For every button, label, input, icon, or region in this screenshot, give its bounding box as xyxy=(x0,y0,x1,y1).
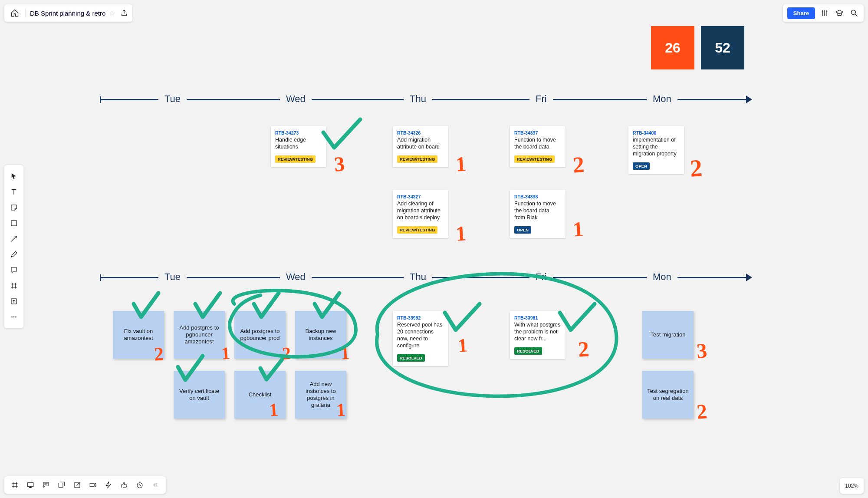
card-rtb-34398[interactable]: RTB-34398 Function to move the board dat… xyxy=(510,190,566,238)
card-badge: RESOLVED xyxy=(397,354,425,362)
timeline-2: Tue Wed Thu Fri Mon xyxy=(100,271,751,284)
anno-num: 1 xyxy=(572,217,584,241)
card-rtb-34273[interactable]: RTB-34273 Handle edge situations REVIEW/… xyxy=(271,126,326,167)
tl2-fri: Fri xyxy=(529,271,553,283)
tl2-tue: Tue xyxy=(158,271,187,283)
sticky-test-segregation[interactable]: Test segregation on real data xyxy=(642,371,694,419)
card-title: Add migration attribute on board xyxy=(397,136,444,150)
sticky-fix-vault[interactable]: Fix vault on amazontest xyxy=(113,311,164,359)
card-title: Add clearing of migration attribute on b… xyxy=(397,200,444,221)
card-title: implementation of setting the migration … xyxy=(633,136,680,157)
score-navy[interactable]: 52 xyxy=(701,26,744,69)
card-title: Function to move the board data from Ria… xyxy=(514,200,561,221)
card-rtb-34326[interactable]: RTB-34326 Add migration attribute on boa… xyxy=(393,126,448,167)
card-badge: REVIEW/TESTING xyxy=(397,226,437,234)
anno-num: 1 xyxy=(455,152,467,176)
card-rtb-34397[interactable]: RTB-34397 Function to move the board dat… xyxy=(510,126,566,167)
anno-num: 1 xyxy=(455,221,467,246)
card-badge: RESOLVED xyxy=(514,347,542,355)
card-rtb-33982[interactable]: RTB-33982 Reserved pool has 20 connectio… xyxy=(393,311,448,366)
sticky-test-migration[interactable]: Test migration xyxy=(642,311,694,359)
tl2-mon: Mon xyxy=(647,271,677,283)
tl2-thu: Thu xyxy=(404,271,432,283)
card-id: RTB-33981 xyxy=(514,315,561,320)
anno-num: 2 xyxy=(577,336,590,362)
card-rtb-34400[interactable]: RTB-34400 implementation of setting the … xyxy=(628,126,684,174)
card-id: RTB-34397 xyxy=(514,130,561,135)
card-rtb-33981[interactable]: RTB-33981 With what postgres the problem… xyxy=(510,311,566,359)
sticky-grafana[interactable]: Add new instances to postgres in grafana xyxy=(295,371,346,419)
card-badge: REVIEW/TESTING xyxy=(397,155,437,163)
card-title: Function to move the board data xyxy=(514,136,561,150)
canvas[interactable]: 26 52 Tue Wed Thu Fri Mon Tue Wed Thu Fr… xyxy=(0,0,868,498)
tl1-tue: Tue xyxy=(158,93,187,105)
sticky-verify-cert[interactable]: Verify certificate on vault xyxy=(174,371,225,419)
anno-num: 3 xyxy=(333,152,345,176)
tl1-thu: Thu xyxy=(404,93,432,105)
sticky-backup[interactable]: Backup new instances xyxy=(295,311,346,359)
score-orange[interactable]: 26 xyxy=(651,26,694,69)
card-badge: OPEN xyxy=(514,226,531,234)
anno-num: 3 xyxy=(696,338,708,363)
card-id: RTB-34327 xyxy=(397,194,444,199)
anno-num: 2 xyxy=(689,154,703,182)
tl2-wed: Wed xyxy=(280,271,312,283)
card-rtb-34327[interactable]: RTB-34327 Add clearing of migration attr… xyxy=(393,190,448,238)
card-title: With what postgres the problem is not cl… xyxy=(514,321,561,342)
tl1-fri: Fri xyxy=(529,93,553,105)
sticky-checklist[interactable]: Checklist xyxy=(234,371,286,419)
card-title: Reserved pool has 20 connections now, ne… xyxy=(397,321,444,349)
tl1-wed: Wed xyxy=(280,93,312,105)
sticky-pgbouncer-prod[interactable]: Add postgres to pgbouncer prod xyxy=(234,311,286,359)
card-id: RTB-34398 xyxy=(514,194,561,199)
card-id: RTB-34326 xyxy=(397,130,444,135)
anno-num: 1 xyxy=(457,334,468,356)
card-badge: REVIEW/TESTING xyxy=(275,155,316,163)
card-title: Handle edge situations xyxy=(275,136,322,150)
card-id: RTB-33982 xyxy=(397,315,444,320)
card-badge: REVIEW/TESTING xyxy=(514,155,555,163)
card-badge: OPEN xyxy=(633,162,650,170)
ink-layer xyxy=(0,0,868,498)
card-id: RTB-34273 xyxy=(275,130,322,135)
card-id: RTB-34400 xyxy=(633,130,680,135)
tl1-mon: Mon xyxy=(647,93,677,105)
sticky-pgbouncer-test[interactable]: Add postgres to pgbouncer amazontest xyxy=(174,311,225,359)
anno-num: 2 xyxy=(572,152,585,178)
timeline-1: Tue Wed Thu Fri Mon xyxy=(100,93,751,106)
anno-num: 2 xyxy=(696,399,708,424)
